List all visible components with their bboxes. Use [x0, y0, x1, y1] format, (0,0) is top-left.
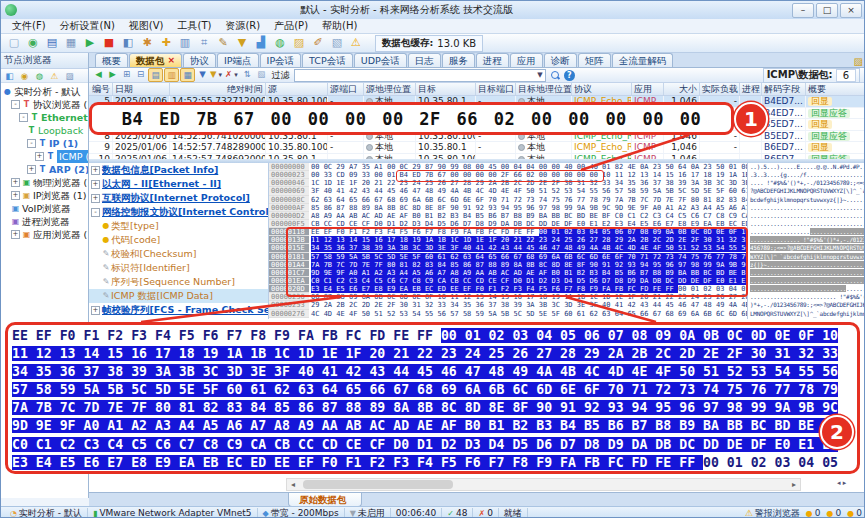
- column-header-解码字段[interactable]: 解码字段: [762, 83, 806, 95]
- ascii-row[interactable]: ...................................: [748, 269, 865, 277]
- hex-row[interactable]: 0000008C62 63 64 65 66 67 68 69 6A 6B 6C…: [269, 196, 747, 204]
- hex-row[interactable]: 000000461C 1D 1E 1F 20 21 22 23 24 25 26…: [269, 179, 747, 187]
- ascii-row[interactable]: bcdefghijklmnopqrstuvwxyz{|}~......: [748, 196, 865, 204]
- tab-概要[interactable]: 概要: [95, 53, 128, 67]
- tab-全流量解码[interactable]: 全流量解码: [612, 53, 674, 67]
- menu-item[interactable]: 资源(R): [218, 18, 267, 34]
- column-header-大小[interactable]: 大小: [664, 83, 700, 95]
- sidebar-tree-item[interactable]: +▣IP浏览器 (1): [1, 189, 88, 202]
- ascii-row[interactable]: .3..3....{g..../f..................: [748, 171, 865, 179]
- decode-field-item[interactable]: ✎标识符[Identifier]: [89, 261, 268, 275]
- sidebar-tree-item[interactable]: ●实时分析 - 默认: [1, 85, 88, 98]
- hex-row[interactable]: 0000018157 58 59 5A 5B 5C 5D 5E 5F 60 61…: [269, 253, 747, 261]
- prev-packet-icon[interactable]: ◀: [92, 68, 105, 80]
- tab-TCP会话[interactable]: TCP会话: [302, 53, 353, 67]
- edit-icon[interactable]: ✐: [309, 35, 327, 51]
- alarm-node-icon[interactable]: ⚠: [48, 70, 61, 82]
- ascii-row[interactable]: ?@ABCDEFGHIJKLMNOPQRSTUVWXYZ[\]^_`a: [748, 187, 865, 195]
- hex-row[interactable]: 0000000000 0C 29 A7 35 A1 00 0C 29 87 90…: [269, 163, 747, 171]
- dropdown-caret-icon[interactable]: ▾: [232, 71, 240, 79]
- column-header-进程[interactable]: 进程: [740, 83, 762, 95]
- scroll-right-icon[interactable]: ▸: [788, 480, 800, 489]
- hex-row[interactable]: 0000025329 2A 2B 2C 2D 2E 2F 30 31 32 33…: [269, 301, 747, 309]
- ascii-row[interactable]: ...................................: [748, 212, 865, 220]
- expand-icon[interactable]: +: [11, 191, 20, 200]
- expand-icon[interactable]: +: [27, 165, 36, 174]
- menu-item[interactable]: 视图(V): [122, 18, 171, 34]
- menu-item[interactable]: 帮助(H): [315, 18, 364, 34]
- collapse-icon[interactable]: -: [19, 113, 28, 122]
- make-filter-icon[interactable]: ▼▾: [210, 68, 224, 80]
- stop-capture-icon[interactable]: ■: [100, 35, 118, 51]
- sidebar-tree-item[interactable]: -T协议浏览器 (1): [1, 98, 88, 111]
- add-filter-icon[interactable]: ✚: [157, 35, 175, 51]
- filter-dropdown-icon[interactable]: ▼: [535, 71, 544, 79]
- column-header-应用[interactable]: 应用: [632, 83, 664, 95]
- maximize-button[interactable]: □: [816, 3, 838, 18]
- decode-field-item[interactable]: +帧校验序列[FCS - Frame Check Sequence]: [89, 303, 268, 317]
- export-icon[interactable]: ▧: [255, 68, 268, 80]
- auto-scroll-icon[interactable]: ⇅: [241, 68, 254, 80]
- sidebar-tree-item[interactable]: +▣物理浏览器 (1): [1, 176, 88, 189]
- matrix-icon[interactable]: ◍: [271, 35, 289, 51]
- expand-icon[interactable]: +: [11, 230, 20, 239]
- ascii-row[interactable]: )*+,-./0123456789:;<=>?@ABCDEFGHIJK: [748, 301, 865, 309]
- sidebar-tree-item[interactable]: +TICMP (2): [1, 150, 88, 163]
- expand-icon[interactable]: +: [91, 166, 100, 175]
- column-header-日期[interactable]: 日期: [113, 83, 170, 95]
- views-icon[interactable]: ▥: [176, 35, 194, 51]
- column-header-源地理位置[interactable]: 源地理位置: [364, 83, 416, 95]
- tab-IP会话[interactable]: IP会话: [260, 53, 302, 67]
- tab-诊断[interactable]: 诊断: [544, 53, 577, 67]
- collapse-icon[interactable]: -: [11, 100, 20, 109]
- ascii-row[interactable]: 456789:;<=>?@ABCDEFGHIJKLMNOPQRSTUV: [748, 244, 865, 252]
- tab-协议[interactable]: 协议: [183, 53, 216, 67]
- sidebar-tree-item[interactable]: ▣VoIP浏览器: [1, 202, 88, 215]
- sidebar-tree-item[interactable]: +TARP (2): [1, 163, 88, 176]
- column-header-实际负载[interactable]: 实际负载: [700, 83, 740, 95]
- dashboard-icon[interactable]: ◧: [119, 35, 137, 51]
- pane-scroll-arrows[interactable]: ◂ ▸: [837, 479, 846, 487]
- alarm-icon[interactable]: ⚠: [347, 35, 365, 51]
- hex-row[interactable]: 00000118EE EF F0 F1 F2 F3 F4 F5 F6 F7 F8…: [269, 228, 747, 236]
- node-explorer-icon[interactable]: ⌗: [195, 35, 213, 51]
- hex-row[interactable]: 000000693F 40 41 42 43 44 45 46 47 48 49…: [269, 187, 747, 195]
- hex-row[interactable]: 0000002300 33 CD 09 33 00 01 B4 ED 7B 67…: [269, 171, 747, 179]
- ascii-row[interactable]: ...................................: [748, 285, 865, 293]
- help-icon[interactable]: ?: [564, 70, 575, 81]
- chart-icon[interactable]: ▟: [252, 35, 270, 51]
- collapse-icon[interactable]: -: [27, 139, 36, 148]
- dropdown-caret-icon[interactable]: ▾: [217, 71, 225, 79]
- decode-field-item[interactable]: ✎校验和[Checksum]: [89, 247, 268, 261]
- hex-row[interactable]: 000001C79D 9E 9F A0 A1 A2 A3 A4 A5 A6 A7…: [269, 269, 747, 277]
- hex-row[interactable]: 0000020DE3 E4 E5 E6 E7 E8 E9 EA EB EC ED…: [269, 285, 747, 293]
- ascii-row[interactable]: ...................................: [748, 204, 865, 212]
- sidebar-tree-item[interactable]: TLoopback: [1, 124, 88, 137]
- ascii-row[interactable]: .......................... !"#$%&'(: [748, 293, 865, 301]
- column-header-绝对时间[interactable]: 绝对时间: [170, 83, 266, 95]
- ascii-row[interactable]: ..).5...).....E.....@.@..N.#Pd.#P..: [748, 163, 865, 171]
- menu-item[interactable]: 工具(T): [171, 18, 219, 34]
- ascii-row[interactable]: ...................................: [748, 220, 865, 228]
- packet-edit-icon[interactable]: ✎: [214, 35, 232, 51]
- decode-field-item[interactable]: ✎ICMP 数据[ICMP Data]: [89, 289, 268, 303]
- minimize-button[interactable]: –: [792, 3, 814, 18]
- ascii-view-pane[interactable]: ..).5...).....E.....@.@..N.#Pd.#P...3..3…: [748, 163, 865, 319]
- tab-矩阵[interactable]: 矩阵: [578, 53, 611, 67]
- expand-icon[interactable]: +: [35, 152, 44, 161]
- ascii-row[interactable]: LMNOPQRSTUVWXYZ[\]^_`abcdefghijklmn: [748, 310, 865, 318]
- next-packet-icon[interactable]: ▶: [106, 68, 119, 80]
- tab-UDP会话[interactable]: UDP会话: [354, 53, 407, 67]
- tab-IP端点[interactable]: IP端点: [217, 53, 259, 67]
- clear-filter-icon[interactable]: ✗▾: [225, 68, 240, 80]
- decode-field-item[interactable]: +以太网 - II[Ethernet - II]: [89, 177, 268, 191]
- menu-item[interactable]: 产品(P): [267, 18, 315, 34]
- start-capture-icon[interactable]: ▶: [81, 35, 99, 51]
- sidebar-tree-item[interactable]: -TIP (1): [1, 137, 88, 150]
- hex-horizontal-scrollbar[interactable]: ◂ ▸: [286, 478, 801, 491]
- ascii-row[interactable]: ...................................: [748, 277, 865, 285]
- save-packets-icon[interactable]: ▼: [196, 68, 209, 80]
- tabstrip-folder-icon[interactable]: ▨: [854, 56, 863, 67]
- expand-icon[interactable]: +: [91, 306, 100, 315]
- decode-field-item[interactable]: +互联网协议[Internet Protocol]: [89, 191, 268, 205]
